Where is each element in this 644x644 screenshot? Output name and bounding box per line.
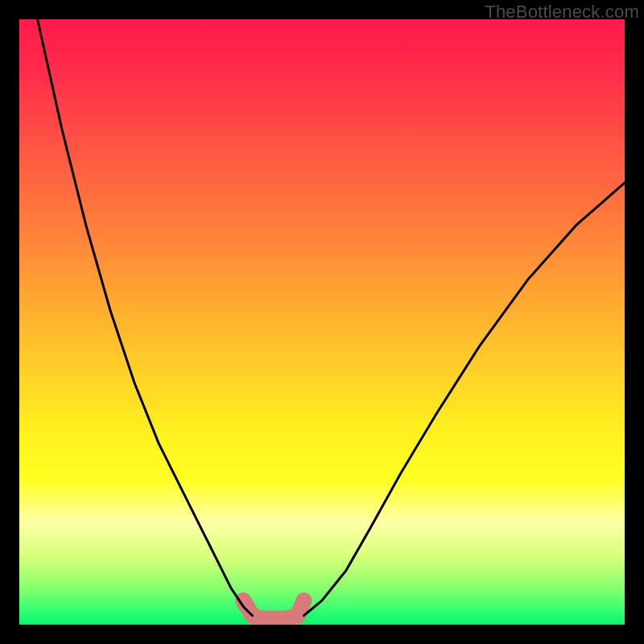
left-curve xyxy=(38,19,253,616)
watermark-text: TheBottleneck.com xyxy=(485,2,639,23)
plot-area xyxy=(19,19,625,625)
right-curve xyxy=(303,183,625,616)
chart-frame: TheBottleneck.com xyxy=(0,0,644,644)
curve-layer xyxy=(19,19,625,625)
